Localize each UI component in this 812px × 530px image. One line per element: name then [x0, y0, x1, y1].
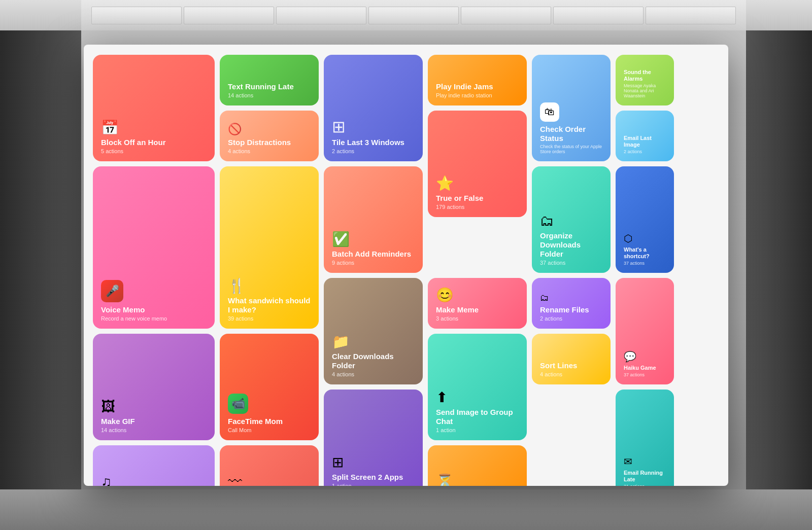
music-quiz-card[interactable]: ♫ Music Quiz 46 actions [93, 445, 215, 486]
ceiling-tile [276, 7, 366, 24]
block-off-an-hour-card[interactable]: 📅 Block Off an Hour 5 actions [93, 55, 215, 161]
tile-last-title: Tile Last 3 Windows [332, 138, 415, 147]
send-image-subtitle: 1 action [436, 427, 519, 433]
organize-downloads-subtitle: 37 actions [540, 260, 602, 266]
sort-lines-title: Sort Lines [540, 361, 602, 370]
sound-the-alarms-card[interactable]: Sound the Alarms Message Ayaka Nonata an… [616, 55, 674, 105]
ceiling-tile [368, 7, 459, 24]
ceiling [0, 0, 812, 30]
text-running-late-card[interactable]: Text Running Late 14 actions [220, 55, 319, 105]
what-sandwich-subtitle: 39 actions [228, 315, 311, 322]
tile-last-subtitle: 2 actions [332, 148, 415, 154]
folder-icon: 🗂 [540, 214, 602, 228]
ceiling-tile [91, 7, 182, 24]
batch-add-title: Batch Add Reminders [332, 250, 415, 259]
split-screen-subtitle: 1 action [332, 483, 415, 486]
rename-files-title: Rename Files [540, 305, 602, 314]
stop-distractions-title: Stop Distractions [228, 138, 311, 147]
make-meme-title: Make Meme [436, 305, 519, 314]
shortcuts-icon: ⬡ [624, 233, 666, 243]
send-image-card[interactable]: ⬆ Send Image to Group Chat 1 action [428, 334, 527, 440]
sound-alarms-subtitle: Message Ayaka Nonata and Ari Waanstein [624, 83, 666, 98]
folder-x-icon: 📁 [332, 335, 415, 349]
make-gif-card[interactable]: 🖼 Make GIF 14 actions [93, 334, 215, 440]
music-note-icon: ♫ [101, 475, 207, 486]
floor [0, 489, 812, 530]
checklist-icon: ✅ [332, 232, 415, 246]
what-sandwich-title: What sandwich should I make? [228, 296, 311, 314]
hourglass-icon: ⏳ [436, 475, 519, 486]
check-order-status-card[interactable]: 🛍 Check Order Status Check the status of… [532, 55, 611, 161]
make-meme-card[interactable]: 😊 Make Meme 3 actions [428, 278, 527, 329]
facetime-mom-card[interactable]: 📹 FaceTime Mom Call Mom [220, 334, 319, 440]
calendar-plus-icon: 📅 [101, 121, 207, 135]
split-screen-card[interactable]: ⊞ Split Screen 2 Apps 1 action [324, 390, 423, 486]
voice-memo-title: Voice Memo [101, 305, 207, 314]
rename-files-card[interactable]: 🗂 Rename Files 2 actions [532, 278, 611, 329]
haiku-game-card[interactable]: 💬 Haiku Game 37 actions [616, 278, 674, 384]
check-order-title: Check Order Status [540, 125, 602, 143]
waveform-icon: 〰 [228, 475, 311, 486]
rename-icon: 🗂 [540, 293, 602, 302]
star-icon: ⭐ [436, 176, 519, 191]
clear-downloads-subtitle: 4 actions [332, 371, 415, 377]
true-or-false-card[interactable]: ⭐ True or False 179 actions [428, 111, 527, 217]
split-icon: ⊞ [332, 455, 415, 470]
email-running-late-card[interactable]: ✉ Email Running Late 21 actions [616, 390, 674, 486]
make-gif-subtitle: 14 actions [101, 427, 207, 433]
email-last-image-title: Email Last Image [624, 135, 666, 148]
shortcuts-board: 📅 Block Off an Hour 5 actions Text Runni… [84, 45, 728, 486]
send-image-title: Send Image to Group Chat [436, 408, 519, 426]
ceiling-tiles [81, 0, 746, 30]
play-indie-title: Play Indie Jams [436, 82, 519, 91]
play-indie-jams-card[interactable]: Play Indie Jams Play indie radio station [428, 55, 527, 105]
share-icon: ⬆ [436, 391, 519, 405]
tile-icon: ⊞ [332, 119, 415, 135]
email-icon: ✉ [624, 456, 666, 467]
tile-last-windows-card[interactable]: ⊞ Tile Last 3 Windows 2 actions [324, 55, 423, 161]
split-screen-title: Split Screen 2 Apps [332, 473, 415, 482]
stop-distractions-card[interactable]: 🚫 Stop Distractions 4 actions [220, 111, 319, 161]
voice-memo-subtitle: Record a new voice memo [101, 315, 207, 322]
room: 📅 Block Off an Hour 5 actions Text Runni… [0, 0, 812, 530]
chat-icon: 💬 [624, 351, 666, 362]
ceiling-tile [553, 7, 644, 24]
voice-memo-app-icon: 🎤 [101, 280, 123, 302]
whats-a-shortcut-title: What's a shortcut? [624, 246, 666, 260]
true-or-false-subtitle: 179 actions [436, 204, 519, 210]
organize-downloads-card[interactable]: 🗂 Organize Downloads Folder 37 actions [532, 166, 611, 273]
facetime-mom-title: FaceTime Mom [228, 417, 311, 426]
facetime-app-icon: 📹 [228, 394, 248, 414]
block-off-title: Block Off an Hour [101, 138, 207, 147]
batch-add-reminders-card[interactable]: ✅ Batch Add Reminders 9 actions [324, 166, 423, 273]
make-gif-title: Make GIF [101, 417, 207, 426]
batch-add-subtitle: 9 actions [332, 260, 415, 266]
true-or-false-title: True or False [436, 194, 519, 203]
ceiling-tile [461, 7, 551, 24]
emoji-icon: 😊 [436, 288, 519, 302]
make-meme-subtitle: 3 actions [436, 315, 519, 322]
sound-alarms-title: Sound the Alarms [624, 69, 666, 82]
clear-downloads-card[interactable]: 📁 Clear Downloads Folder 4 actions [324, 278, 423, 384]
sort-lines-card[interactable]: Sort Lines 4 actions [532, 334, 611, 384]
shopping-bag-icon: 🛍 [540, 102, 559, 122]
email-running-late-title: Email Running Late [624, 470, 666, 483]
facetime-mom-subtitle: Call Mom [228, 427, 311, 433]
what-sandwich-card[interactable]: 🍴 What sandwich should I make? 39 action… [220, 166, 319, 329]
block-off-subtitle: 5 actions [101, 148, 207, 154]
text-running-late-title: Text Running Late [228, 82, 311, 91]
voice-memo-card[interactable]: 🎤 Voice Memo Record a new voice memo [93, 166, 215, 329]
clear-downloads-title: Clear Downloads Folder [332, 352, 415, 370]
ceiling-tile [184, 7, 274, 24]
stop-distractions-subtitle: 4 actions [228, 148, 311, 154]
how-many-days-card[interactable]: ⏳ How Many Days Until 5 actions [428, 445, 527, 486]
ceiling-tile [646, 7, 736, 24]
email-last-image-card[interactable]: Email Last Image 2 actions [616, 111, 674, 161]
sort-lines-subtitle: 4 actions [540, 371, 602, 377]
whats-a-shortcut-card[interactable]: ⬡ What's a shortcut? 37 actions [616, 166, 674, 273]
turn-text-audio-card[interactable]: 〰 Turn Text Into Audio 5 actions [220, 445, 319, 486]
organize-downloads-title: Organize Downloads Folder [540, 231, 602, 259]
rename-files-subtitle: 2 actions [540, 315, 602, 322]
stop-icon: 🚫 [228, 124, 311, 135]
check-order-subtitle: Check the status of your Apple Store ord… [540, 144, 602, 154]
